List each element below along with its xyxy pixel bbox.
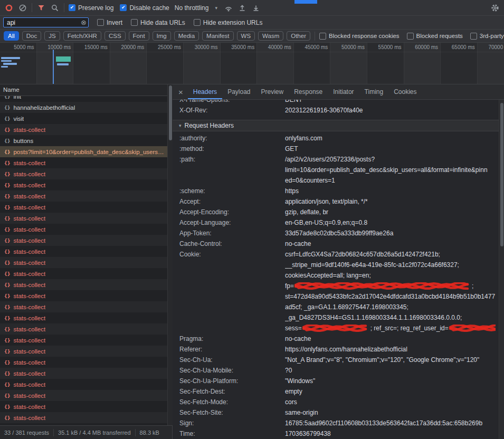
type-filter-media[interactable]: Media <box>174 31 199 41</box>
request-row[interactable]: {}stats-collect <box>0 412 167 423</box>
request-row[interactable]: {}stats-collect <box>0 124 167 135</box>
export-har-button[interactable] <box>249 2 263 14</box>
request-row[interactable]: {}stats-collect <box>0 368 167 379</box>
request-row[interactable]: {}init <box>0 96 167 102</box>
timeline-column: 50000 ms <box>330 43 367 84</box>
type-filter-wasm[interactable]: Wasm <box>258 31 283 41</box>
request-name: stats-collect <box>13 237 45 244</box>
script-icon: {} <box>4 293 10 299</box>
scrollbar-thumb[interactable] <box>500 103 503 246</box>
request-row[interactable]: {}stats-collect <box>0 335 167 346</box>
script-icon: {} <box>4 393 10 398</box>
header-name: App-Token: <box>179 228 285 238</box>
status-divider <box>135 429 136 436</box>
type-filter-fetch-xhr[interactable]: Fetch/XHR <box>63 31 101 41</box>
request-row[interactable]: {}stats-collect <box>0 179 167 190</box>
request-row[interactable]: {}stats-collect <box>0 190 167 202</box>
close-details-icon[interactable]: × <box>173 88 188 96</box>
preserve-log-checkbox[interactable]: ✔ Preserve log <box>69 4 113 12</box>
column-header-name[interactable]: Name <box>0 84 167 96</box>
timeline-column: 15000 ms <box>73 43 110 84</box>
tab-timing[interactable]: Timing <box>359 84 389 99</box>
timeline-label: 60000 ms <box>404 44 439 50</box>
type-filter-doc[interactable]: Doc <box>22 31 41 41</box>
request-name: stats-collect <box>13 348 45 355</box>
hide-data-urls-checkbox[interactable]: Hide data URLs <box>131 19 185 26</box>
request-row[interactable]: {}stats-collect <box>0 301 167 312</box>
type-filter-img[interactable]: Img <box>153 31 171 41</box>
request-row[interactable]: {}stats-collect <box>0 202 167 213</box>
record-button[interactable] <box>2 2 16 14</box>
request-row[interactable]: {}stats-collect <box>0 279 167 290</box>
request-row[interactable]: {}stats-collect <box>0 401 167 412</box>
details-scrollbar[interactable] <box>499 100 504 439</box>
request-row[interactable]: {}hannahelizabethofficial <box>0 102 167 113</box>
filter-checkbox-3rd-party-requests[interactable]: 3rd-party requests <box>470 33 504 40</box>
tab-headers[interactable]: Headers <box>188 84 222 99</box>
request-name: stats-collect <box>13 393 45 399</box>
hide-extension-urls-checkbox[interactable]: Hide extension URLs <box>194 19 263 26</box>
request-row[interactable]: {}stats-collect <box>0 246 167 257</box>
filter-checkbox-blocked-requests[interactable]: Blocked requests <box>407 33 463 40</box>
type-filter-other[interactable]: Other <box>287 31 310 41</box>
request-headers-section[interactable]: ▾ Request Headers <box>173 120 504 131</box>
request-row[interactable]: {}posts?limit=10&order=publish_date_desc… <box>0 146 167 157</box>
request-row[interactable]: {}visit <box>0 113 167 124</box>
request-row[interactable]: {}stats-collect <box>0 257 167 268</box>
checkbox-checked-icon: ✔ <box>69 4 75 11</box>
list-scrollbar[interactable] <box>167 84 173 425</box>
filter-checkbox-blocked-response-cookies[interactable]: Blocked response cookies <box>319 33 400 40</box>
header-row: Sec-Ch-Ua-Mobile:?0 <box>173 365 504 376</box>
request-name: visit <box>13 116 24 122</box>
type-filter-font[interactable]: Font <box>129 31 149 41</box>
request-row[interactable]: {}buttons <box>0 135 167 146</box>
request-row[interactable]: {}stats-collect <box>0 290 167 301</box>
request-row[interactable]: {}stats-collect <box>0 157 167 168</box>
request-row[interactable]: {}stats-collect <box>0 224 167 235</box>
request-name: stats-collect <box>13 337 45 343</box>
type-filter-manifest[interactable]: Manifest <box>202 31 233 41</box>
request-name: stats-collect <box>13 160 45 166</box>
type-filter-css[interactable]: CSS <box>104 31 126 41</box>
filter-input[interactable] <box>7 19 79 26</box>
script-icon: {} <box>4 104 10 110</box>
toolbar-divider <box>315 32 315 41</box>
request-row[interactable]: {}stats-collect <box>0 235 167 246</box>
timeline-label: 35000 ms <box>221 44 255 50</box>
tab-initiator[interactable]: Initiator <box>328 84 359 99</box>
request-row[interactable]: {}stats-collect <box>0 213 167 224</box>
settings-button[interactable] <box>488 2 502 14</box>
clear-button[interactable] <box>16 2 30 14</box>
throttling-select[interactable]: No throttling ▾ <box>175 4 217 12</box>
invert-checkbox[interactable]: Invert <box>97 19 122 26</box>
clear-filter-icon[interactable]: ⊗ <box>81 19 87 26</box>
timeline-overview[interactable]: 5000 ms10000 ms15000 ms20000 ms25000 ms3… <box>0 43 504 84</box>
type-filter-chips: AllDocJSFetch/XHRCSSFontImgMediaManifest… <box>4 31 310 41</box>
scrollbar-thumb[interactable] <box>169 85 172 140</box>
request-row[interactable]: {}stats-collect <box>0 357 167 368</box>
import-har-button[interactable] <box>235 2 249 14</box>
tab-cookies[interactable]: Cookies <box>388 84 422 99</box>
tab-payload[interactable]: Payload <box>222 84 255 99</box>
search-button[interactable] <box>48 2 62 14</box>
type-filter-ws[interactable]: WS <box>237 31 255 41</box>
request-row[interactable]: {}stats-collect <box>0 346 167 357</box>
request-row[interactable]: {}stats-collect <box>0 168 167 179</box>
request-row[interactable]: {}stats-collect <box>0 390 167 401</box>
network-conditions-button[interactable] <box>222 2 235 14</box>
request-row[interactable]: {}stats-collect <box>0 268 167 279</box>
type-filter-js[interactable]: JS <box>44 31 60 41</box>
request-row[interactable]: {}stats-collect <box>0 379 167 390</box>
redaction-scribble <box>294 282 471 290</box>
header-value: 16785:5aad9602cf110608b03133de563642fac1… <box>285 418 504 428</box>
request-row[interactable]: {}stats-collect <box>0 312 167 323</box>
filter-toggle-button[interactable] <box>34 2 48 14</box>
header-value-line: /api2/v2/users/20572336/posts? <box>285 154 496 165</box>
tab-preview[interactable]: Preview <box>256 84 289 99</box>
type-filter-all[interactable]: All <box>4 31 19 41</box>
request-row[interactable]: {}stats-collect <box>0 323 167 335</box>
disable-cache-checkbox[interactable]: ✔ Disable cache <box>120 4 169 12</box>
tab-response[interactable]: Response <box>289 84 328 99</box>
timeline-label: 5000 ms <box>0 44 34 50</box>
header-row: X-Of-Rev: 202312261916-30670fa40e <box>173 105 504 116</box>
